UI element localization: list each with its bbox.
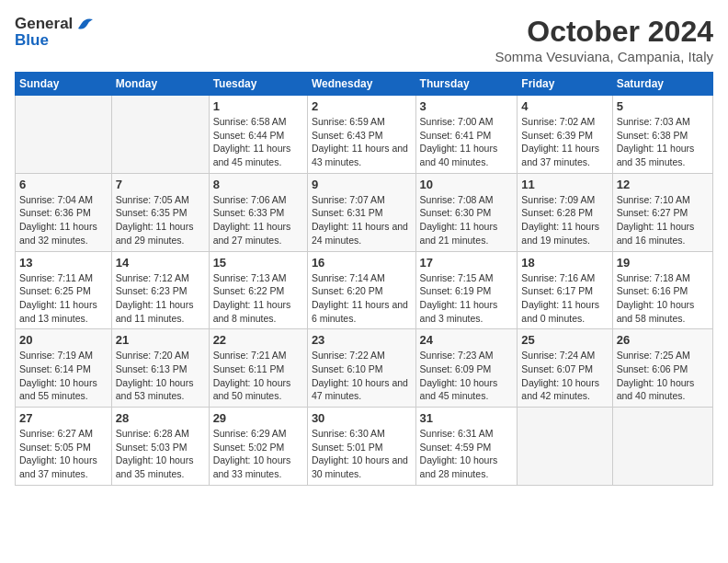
day-number: 3	[420, 99, 514, 113]
calendar-cell: 6Sunrise: 7:04 AMSunset: 6:36 PMDaylight…	[16, 173, 112, 251]
calendar-cell: 27Sunrise: 6:27 AMSunset: 5:05 PMDayligh…	[16, 408, 112, 486]
day-info: Sunrise: 7:18 AMSunset: 6:16 PMDaylight:…	[617, 271, 709, 326]
day-number: 16	[312, 256, 412, 270]
day-number: 10	[420, 178, 514, 191]
calendar-cell: 22Sunrise: 7:21 AMSunset: 6:11 PMDayligh…	[209, 329, 307, 408]
page-header: General Blue October 2024 Somma Vesuvian…	[15, 15, 713, 64]
day-number: 22	[213, 333, 303, 347]
calendar-cell: 10Sunrise: 7:08 AMSunset: 6:30 PMDayligh…	[415, 173, 518, 251]
calendar-cell	[16, 96, 112, 174]
calendar-cell: 5Sunrise: 7:03 AMSunset: 6:38 PMDaylight…	[612, 96, 712, 174]
day-number: 28	[116, 411, 205, 425]
day-info: Sunrise: 7:13 AMSunset: 6:22 PMDaylight:…	[213, 271, 303, 326]
calendar-cell: 4Sunrise: 7:02 AMSunset: 6:39 PMDaylight…	[518, 96, 612, 174]
day-info: Sunrise: 7:14 AMSunset: 6:20 PMDaylight:…	[312, 271, 412, 326]
calendar-cell: 30Sunrise: 6:30 AMSunset: 5:01 PMDayligh…	[307, 408, 415, 486]
calendar-cell	[111, 96, 209, 174]
day-info: Sunrise: 7:00 AMSunset: 6:41 PMDaylight:…	[420, 115, 514, 169]
day-info: Sunrise: 7:06 AMSunset: 6:33 PMDaylight:…	[213, 193, 303, 247]
day-number: 31	[420, 411, 514, 425]
calendar-row-4: 20Sunrise: 7:19 AMSunset: 6:14 PMDayligh…	[16, 329, 713, 408]
day-info: Sunrise: 7:19 AMSunset: 6:14 PMDaylight:…	[19, 349, 108, 403]
day-info: Sunrise: 6:28 AMSunset: 5:03 PMDaylight:…	[116, 427, 205, 481]
day-info: Sunrise: 7:16 AMSunset: 6:17 PMDaylight:…	[521, 271, 608, 326]
calendar-cell: 3Sunrise: 7:00 AMSunset: 6:41 PMDaylight…	[415, 96, 518, 174]
day-info: Sunrise: 7:12 AMSunset: 6:23 PMDaylight:…	[116, 271, 205, 326]
weekday-header-thursday: Thursday	[415, 73, 518, 96]
day-info: Sunrise: 7:08 AMSunset: 6:30 PMDaylight:…	[420, 193, 514, 247]
day-number: 25	[521, 333, 608, 347]
calendar-cell: 24Sunrise: 7:23 AMSunset: 6:09 PMDayligh…	[415, 329, 518, 408]
calendar-cell: 11Sunrise: 7:09 AMSunset: 6:28 PMDayligh…	[518, 173, 612, 251]
day-number: 21	[116, 333, 205, 347]
day-number: 19	[617, 256, 709, 270]
logo-general-text: General	[15, 15, 73, 33]
day-number: 4	[521, 99, 608, 113]
logo-blue-text: Blue	[15, 31, 95, 50]
day-number: 6	[19, 178, 108, 191]
day-info: Sunrise: 7:22 AMSunset: 6:10 PMDaylight:…	[312, 349, 412, 403]
day-number: 15	[213, 256, 303, 270]
calendar-row-3: 13Sunrise: 7:11 AMSunset: 6:25 PMDayligh…	[16, 251, 713, 329]
day-number: 26	[617, 333, 709, 347]
calendar-cell: 29Sunrise: 6:29 AMSunset: 5:02 PMDayligh…	[209, 408, 307, 486]
day-info: Sunrise: 6:31 AMSunset: 4:59 PMDaylight:…	[420, 427, 514, 481]
day-info: Sunrise: 7:23 AMSunset: 6:09 PMDaylight:…	[420, 349, 514, 403]
day-number: 14	[116, 256, 205, 270]
calendar-cell: 18Sunrise: 7:16 AMSunset: 6:17 PMDayligh…	[518, 251, 612, 329]
calendar-row-1: 1Sunrise: 6:58 AMSunset: 6:44 PMDaylight…	[16, 96, 713, 174]
calendar-cell: 1Sunrise: 6:58 AMSunset: 6:44 PMDaylight…	[209, 96, 307, 174]
day-info: Sunrise: 6:59 AMSunset: 6:43 PMDaylight:…	[312, 115, 412, 169]
day-info: Sunrise: 7:24 AMSunset: 6:07 PMDaylight:…	[521, 349, 608, 403]
logo-bird-icon	[74, 16, 95, 32]
calendar-cell: 7Sunrise: 7:05 AMSunset: 6:35 PMDaylight…	[111, 173, 209, 251]
day-info: Sunrise: 7:11 AMSunset: 6:25 PMDaylight:…	[19, 271, 108, 326]
location-subtitle: Somma Vesuviana, Campania, Italy	[495, 49, 713, 64]
calendar-cell	[518, 408, 612, 486]
day-info: Sunrise: 7:03 AMSunset: 6:38 PMDaylight:…	[617, 115, 709, 169]
weekday-header-row: SundayMondayTuesdayWednesdayThursdayFrid…	[16, 73, 713, 96]
weekday-header-sunday: Sunday	[16, 73, 112, 96]
calendar-cell: 9Sunrise: 7:07 AMSunset: 6:31 PMDaylight…	[307, 173, 415, 251]
day-info: Sunrise: 7:15 AMSunset: 6:19 PMDaylight:…	[420, 271, 514, 326]
day-info: Sunrise: 7:09 AMSunset: 6:28 PMDaylight:…	[521, 193, 608, 247]
weekday-header-friday: Friday	[518, 73, 612, 96]
day-info: Sunrise: 6:29 AMSunset: 5:02 PMDaylight:…	[213, 427, 303, 481]
calendar-cell: 26Sunrise: 7:25 AMSunset: 6:06 PMDayligh…	[612, 329, 712, 408]
weekday-header-saturday: Saturday	[612, 73, 712, 96]
calendar-cell: 13Sunrise: 7:11 AMSunset: 6:25 PMDayligh…	[16, 251, 112, 329]
title-area: October 2024 Somma Vesuviana, Campania, …	[495, 15, 713, 64]
day-info: Sunrise: 7:21 AMSunset: 6:11 PMDaylight:…	[213, 349, 303, 403]
calendar-cell: 8Sunrise: 7:06 AMSunset: 6:33 PMDaylight…	[209, 173, 307, 251]
calendar-cell: 31Sunrise: 6:31 AMSunset: 4:59 PMDayligh…	[415, 408, 518, 486]
weekday-header-wednesday: Wednesday	[307, 73, 415, 96]
day-info: Sunrise: 6:58 AMSunset: 6:44 PMDaylight:…	[213, 115, 303, 169]
weekday-header-monday: Monday	[111, 73, 209, 96]
day-number: 9	[312, 178, 412, 191]
calendar-cell: 14Sunrise: 7:12 AMSunset: 6:23 PMDayligh…	[111, 251, 209, 329]
day-info: Sunrise: 6:30 AMSunset: 5:01 PMDaylight:…	[312, 427, 412, 481]
calendar-cell: 21Sunrise: 7:20 AMSunset: 6:13 PMDayligh…	[111, 329, 209, 408]
day-number: 30	[312, 411, 412, 425]
day-info: Sunrise: 6:27 AMSunset: 5:05 PMDaylight:…	[19, 427, 108, 481]
day-info: Sunrise: 7:07 AMSunset: 6:31 PMDaylight:…	[312, 193, 412, 247]
day-number: 5	[617, 99, 709, 113]
calendar-cell: 15Sunrise: 7:13 AMSunset: 6:22 PMDayligh…	[209, 251, 307, 329]
calendar-row-2: 6Sunrise: 7:04 AMSunset: 6:36 PMDaylight…	[16, 173, 713, 251]
day-number: 20	[19, 333, 108, 347]
calendar-table: SundayMondayTuesdayWednesdayThursdayFrid…	[15, 72, 713, 486]
month-title: October 2024	[495, 15, 713, 49]
day-info: Sunrise: 7:02 AMSunset: 6:39 PMDaylight:…	[521, 115, 608, 169]
calendar-cell: 17Sunrise: 7:15 AMSunset: 6:19 PMDayligh…	[415, 251, 518, 329]
day-info: Sunrise: 7:10 AMSunset: 6:27 PMDaylight:…	[617, 193, 709, 247]
calendar-cell: 2Sunrise: 6:59 AMSunset: 6:43 PMDaylight…	[307, 96, 415, 174]
day-number: 8	[213, 178, 303, 191]
calendar-cell: 20Sunrise: 7:19 AMSunset: 6:14 PMDayligh…	[16, 329, 112, 408]
calendar-row-5: 27Sunrise: 6:27 AMSunset: 5:05 PMDayligh…	[16, 408, 713, 486]
calendar-cell: 19Sunrise: 7:18 AMSunset: 6:16 PMDayligh…	[612, 251, 712, 329]
calendar-cell	[612, 408, 712, 486]
day-info: Sunrise: 7:25 AMSunset: 6:06 PMDaylight:…	[617, 349, 709, 403]
weekday-header-tuesday: Tuesday	[209, 73, 307, 96]
logo: General Blue	[15, 15, 95, 50]
calendar-cell: 12Sunrise: 7:10 AMSunset: 6:27 PMDayligh…	[612, 173, 712, 251]
